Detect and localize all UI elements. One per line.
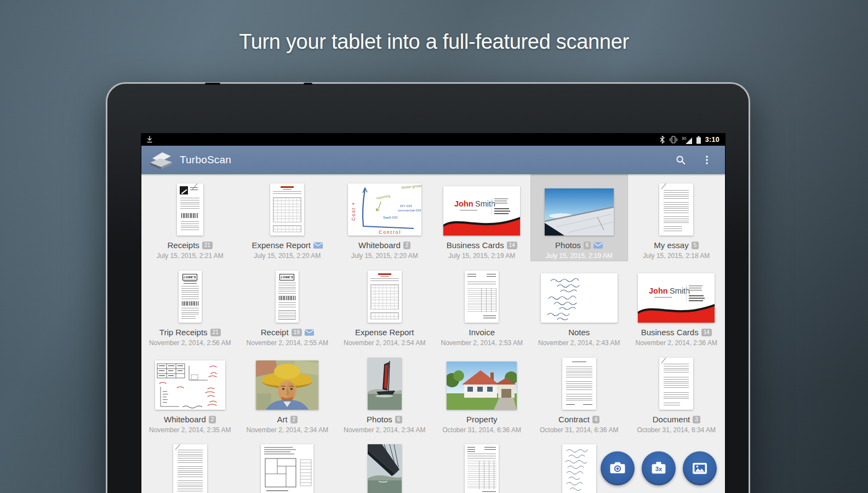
app-title: TurboScan <box>180 154 231 166</box>
document-item-partial[interactable] <box>433 435 531 493</box>
document-date: November 2, 2014, 2:55 AM <box>247 339 328 347</box>
document-item-partial[interactable] <box>239 435 336 493</box>
business-card-thumbnail: John Smith <box>443 186 520 236</box>
document-item[interactable]: Invoice November 2, 2014, 2:53 AM <box>433 261 531 348</box>
document-title: My essay <box>654 240 688 250</box>
photo-thumbnail <box>545 188 614 236</box>
page-count-badge: 2 <box>403 242 411 249</box>
page-count-badge: 19 <box>292 329 302 336</box>
mail-icon <box>593 242 603 249</box>
document-date: July 15, 2015, 2:19 AM <box>546 252 613 260</box>
document-item[interactable]: Expense Report November 2, 2014, 2:54 AM <box>336 261 433 348</box>
svg-text:Control: Control <box>379 230 401 235</box>
cell-signal-3g-icon: 3G <box>682 136 692 144</box>
document-title: Invoice <box>469 328 495 337</box>
document-date: October 31, 2014, 6:34 AM <box>637 426 716 434</box>
document-title: Notes <box>568 328 590 337</box>
page-count-badge: 3 <box>693 416 700 423</box>
power-button <box>205 83 220 85</box>
svg-text:3G: 3G <box>682 136 687 140</box>
document-item[interactable]: Expense Report July 15, 2015, 2:20 AM <box>239 174 336 261</box>
document-title: Photos <box>367 415 392 424</box>
whiteboard-thumbnail <box>155 360 225 410</box>
scanner-icon <box>149 150 173 170</box>
whiteboard-thumbnail: home grown reporting DIY 033 commercial … <box>348 184 421 236</box>
search-icon[interactable] <box>675 154 687 166</box>
document-item[interactable]: Receipts21 July 15, 2015, 2:21 AM <box>141 174 239 261</box>
document-title: Trip Receipts <box>159 328 208 337</box>
expense-report-thumbnail <box>270 184 304 236</box>
page-count-badge: 4 <box>592 416 600 423</box>
svg-text:Cost +: Cost + <box>351 202 356 221</box>
camera-icon <box>608 458 627 478</box>
invoice-thumbnail <box>465 271 499 323</box>
document-item[interactable]: John Smith Business Cards14 November 2, … <box>628 261 726 348</box>
gallery-fab[interactable] <box>683 451 717 485</box>
document-date: November 2, 2014, 2:56 AM <box>149 339 231 347</box>
photo-thumbnail <box>368 358 402 410</box>
document-item[interactable]: Whiteboard2 November 2, 2014, 2:35 AM <box>141 348 239 435</box>
property-thumbnail <box>447 362 517 410</box>
document-date: November 2, 2014, 2:34 AM <box>344 426 425 434</box>
svg-text:3x: 3x <box>655 466 663 472</box>
burst-3x-fab[interactable]: 3x <box>642 451 676 485</box>
document-title: Expense Report <box>252 240 311 250</box>
page-count-badge: 2 <box>209 416 216 423</box>
svg-text:DIY 033: DIY 033 <box>400 204 412 208</box>
document-title: Whiteboard <box>164 415 206 424</box>
essay-thumbnail <box>659 184 693 236</box>
battery-icon <box>696 136 701 144</box>
promo-headline: Turn your tablet into a full-featured sc… <box>0 30 868 54</box>
art-thumbnail <box>256 360 318 410</box>
document-title: Business Cards <box>641 328 699 337</box>
document-item[interactable]: home grown reporting DIY 033 commercial … <box>336 174 433 261</box>
fab-bar: 3x <box>601 451 717 485</box>
receipt-thumbnail: LOWE'S <box>179 271 202 323</box>
gallery-icon <box>690 458 710 478</box>
document-item[interactable]: Art2 November 2, 2014, 2:34 AM <box>239 348 336 435</box>
document-item[interactable]: LOWE'S Trip Receipts21 November 2, 2014,… <box>141 261 239 348</box>
business-card-thumbnail: John Smith <box>638 273 715 323</box>
overflow-menu-icon[interactable] <box>701 154 713 166</box>
tablet-screen: 3G 3:10 TurboScan <box>141 134 725 493</box>
document-item[interactable]: John Smith Business Cards14 July 15, 201… <box>433 174 531 261</box>
document-date: November 2, 2014, 2:36 AM <box>636 339 717 347</box>
svg-text:SaaS 033: SaaS 033 <box>383 216 398 219</box>
document-item[interactable]: Property October 31, 2014, 6:36 AM <box>433 348 531 435</box>
document-item[interactable]: My essay5 July 15, 2015, 2:18 AM <box>628 174 726 261</box>
svg-text:John: John <box>649 286 668 295</box>
document-item[interactable]: Document3 October 31, 2014, 6:34 AM <box>628 348 726 435</box>
page-count-badge: 6 <box>584 242 591 249</box>
expense-report-thumbnail <box>368 271 402 323</box>
document-item-partial[interactable] <box>336 435 433 493</box>
svg-text:Smith: Smith <box>475 199 495 208</box>
document-title: Expense Report <box>355 328 414 337</box>
download-icon <box>146 135 153 143</box>
document-date: November 2, 2014, 2:35 AM <box>149 426 231 434</box>
document-item-selected[interactable]: Photos6 July 15, 2015, 2:19 AM <box>530 174 628 261</box>
bluetooth-icon <box>659 135 665 144</box>
document-item[interactable]: LOWE'S Receipt19 November 2, 2014, 2:55 … <box>239 261 336 348</box>
page-count-badge: 21 <box>202 242 213 249</box>
document-date: October 31, 2014, 6:36 AM <box>443 426 521 434</box>
svg-text:John: John <box>454 199 473 208</box>
mail-icon <box>305 329 314 336</box>
document-title: Receipts <box>168 240 199 250</box>
document-thumbnail <box>173 444 207 493</box>
floor-plan-thumbnail <box>261 444 313 493</box>
page-count-badge: 14 <box>701 329 712 336</box>
camera-fab[interactable] <box>601 451 635 485</box>
document-title: Contract <box>558 415 590 424</box>
document-item-partial[interactable] <box>141 435 239 493</box>
clock: 3:10 <box>705 136 719 144</box>
document-date: July 15, 2015, 2:20 AM <box>254 252 321 260</box>
document-item[interactable]: Notes November 2, 2014, 2:43 AM <box>530 261 628 348</box>
document-title: Business Cards <box>447 240 504 250</box>
document-title: Receipt <box>261 328 289 337</box>
document-item[interactable]: Photos6 November 2, 2014, 2:34 AM <box>336 348 433 435</box>
page-count-badge: 14 <box>507 242 517 249</box>
document-item[interactable]: Contract4 October 31, 2014, 6:36 AM <box>530 348 628 435</box>
bridge-photo-thumbnail <box>368 444 402 493</box>
document-date: July 15, 2015, 2:21 AM <box>157 252 224 260</box>
document-date: July 15, 2015, 2:18 AM <box>643 252 710 260</box>
